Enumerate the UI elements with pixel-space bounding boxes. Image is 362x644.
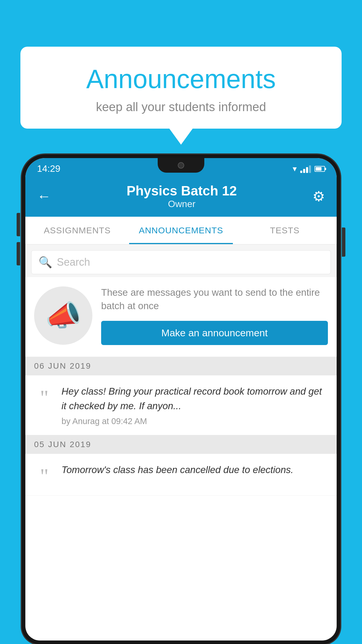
announcement-text-group-1: Hey class! Bring your practical record b…: [61, 384, 328, 426]
volume-down-button[interactable]: [17, 242, 20, 265]
date-separator-1: 06 JUN 2019: [25, 357, 337, 375]
announcement-item-2[interactable]: " Tomorrow's class has been cancelled du…: [25, 454, 337, 496]
announcement-meta-1: by Anurag at 09:42 AM: [61, 416, 328, 426]
tab-announcements[interactable]: ANNOUNCEMENTS: [129, 217, 233, 244]
promo-description: These are messages you want to send to t…: [101, 286, 328, 313]
speech-bubble-container: Announcements keep all your students inf…: [20, 47, 342, 145]
phone-notch: [158, 158, 204, 173]
header-subtitle: Owner: [126, 199, 237, 209]
make-announcement-button[interactable]: Make an announcement: [101, 321, 328, 345]
speech-bubble-title: Announcements: [38, 64, 324, 94]
battery-fill: [316, 167, 321, 171]
quote-icon-2: ": [34, 466, 55, 487]
search-icon: 🔍: [38, 256, 52, 269]
header-title-group: Physics Batch 12 Owner: [126, 183, 237, 209]
battery-icon: [314, 166, 325, 172]
settings-button[interactable]: ⚙: [312, 188, 325, 204]
status-time: 14:29: [37, 163, 60, 174]
megaphone-icon: 📣: [45, 298, 82, 333]
announcement-text-2: Tomorrow's class has been cancelled due …: [61, 463, 328, 477]
power-button[interactable]: [342, 228, 345, 257]
announcement-text-group-2: Tomorrow's class has been cancelled due …: [61, 463, 328, 481]
content-area: 🔍 Search 📣 These are messages you want t…: [25, 244, 337, 496]
signal-icon: [300, 165, 311, 173]
phone-screen: 14:29 ▾ ← Phys: [25, 158, 337, 640]
front-camera: [178, 162, 184, 169]
search-placeholder: Search: [57, 256, 90, 268]
header-title: Physics Batch 12: [126, 183, 237, 199]
announcement-item-1[interactable]: " Hey class! Bring your practical record…: [25, 375, 337, 435]
tabs-container: ASSIGNMENTS ANNOUNCEMENTS TESTS: [25, 217, 337, 244]
search-bar[interactable]: 🔍 Search: [31, 250, 331, 274]
status-icons: ▾: [293, 164, 325, 174]
tab-assignments[interactable]: ASSIGNMENTS: [25, 217, 129, 244]
speech-bubble: Announcements keep all your students inf…: [20, 47, 342, 129]
app-header: ← Physics Batch 12 Owner ⚙: [25, 177, 337, 217]
tab-tests[interactable]: TESTS: [233, 217, 337, 244]
quote-icon-1: ": [34, 387, 55, 408]
speech-bubble-arrow: [169, 129, 193, 145]
back-button[interactable]: ←: [37, 188, 51, 204]
date-separator-2: 05 JUN 2019: [25, 435, 337, 454]
announcement-text-1: Hey class! Bring your practical record b…: [61, 384, 328, 413]
promo-text-group: These are messages you want to send to t…: [101, 286, 328, 345]
megaphone-circle: 📣: [34, 286, 92, 345]
promo-card: 📣 These are messages you want to send to…: [25, 277, 337, 357]
phone-container: 14:29 ▾ ← Phys: [22, 155, 340, 644]
phone-outer: 14:29 ▾ ← Phys: [22, 155, 340, 644]
volume-up-button[interactable]: [17, 213, 20, 236]
speech-bubble-subtitle: keep all your students informed: [38, 100, 324, 114]
wifi-icon: ▾: [293, 164, 297, 174]
